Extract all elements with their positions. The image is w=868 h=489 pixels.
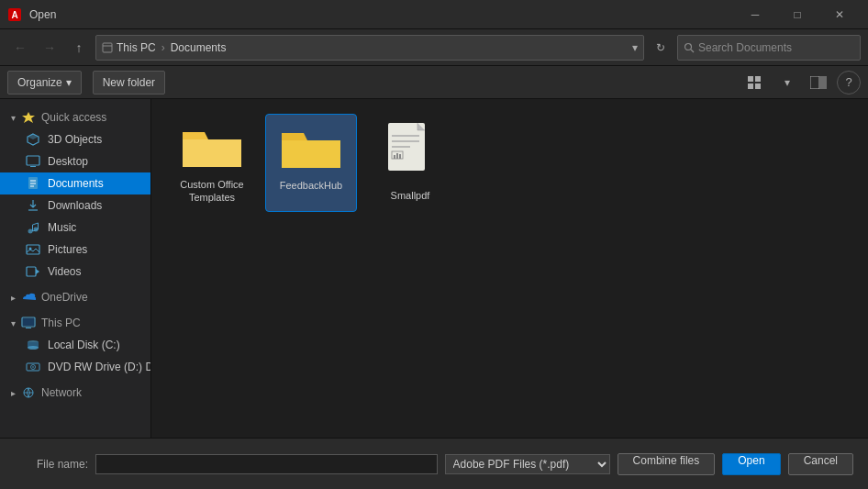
help-button[interactable]: ?: [837, 71, 861, 94]
minimize-button[interactable]: ─: [734, 0, 776, 29]
svg-rect-6: [748, 76, 753, 82]
file-item-feedbackhub[interactable]: FeedbackHub: [265, 114, 357, 212]
file-item-smallpdf[interactable]: Smallpdf: [364, 114, 456, 212]
close-button[interactable]: ✕: [818, 0, 861, 29]
search-placeholder: Search Documents: [698, 41, 792, 54]
thispc-header[interactable]: ▾ This PC: [0, 312, 150, 334]
view-options-button[interactable]: [743, 71, 769, 94]
svg-text:A: A: [11, 10, 17, 20]
file-label-custom-office: Custom Office Templates: [173, 178, 250, 205]
network-section: ▸ Network: [0, 382, 150, 404]
address-bar-icon: [102, 42, 113, 53]
svg-marker-31: [36, 269, 39, 274]
svg-rect-11: [820, 76, 827, 89]
music-icon: [26, 220, 40, 235]
videos-icon: [26, 264, 40, 279]
svg-rect-16: [30, 166, 36, 167]
downloads-icon: [26, 198, 40, 213]
network-label: Network: [41, 386, 82, 399]
svg-rect-49: [396, 153, 398, 159]
title-bar: A Open ─ □ ✕: [0, 0, 868, 29]
dvd-drive-label: DVD RW Drive (D:) D: [48, 361, 150, 373]
nav-bar: ← → ↑ This PC › Documents ↻ Search Docum…: [0, 29, 868, 66]
sidebar-item-3d-objects[interactable]: 3D Objects: [0, 128, 150, 150]
videos-label: Videos: [48, 265, 81, 278]
svg-rect-30: [27, 267, 36, 276]
onedrive-section: ▸ OneDrive: [0, 286, 150, 308]
onedrive-label: OneDrive: [41, 291, 88, 304]
svg-marker-12: [22, 112, 35, 123]
sidebar-item-desktop[interactable]: Desktop: [0, 150, 150, 172]
network-item[interactable]: ▸ Network: [0, 382, 150, 404]
app-icon: A: [7, 7, 22, 22]
preview-pane-button[interactable]: [806, 71, 831, 94]
thispc-icon: [21, 316, 36, 330]
svg-point-22: [28, 229, 33, 234]
back-button[interactable]: ←: [7, 35, 33, 61]
local-disk-icon: [26, 338, 40, 352]
doc-icon-smallpdf: [384, 121, 436, 183]
sidebar-item-local-disk[interactable]: Local Disk (C:): [0, 334, 150, 356]
view-dropdown-button[interactable]: [774, 71, 800, 94]
up-button[interactable]: ↑: [66, 35, 92, 61]
quick-access-section: ▾ Quick access 3D Objects: [0, 106, 150, 283]
quick-access-icon: [21, 110, 36, 125]
documents-icon: [26, 176, 40, 191]
combine-files-button[interactable]: Combine files: [618, 453, 716, 475]
refresh-button[interactable]: ↻: [648, 35, 673, 61]
address-dropdown[interactable]: [632, 41, 638, 54]
search-icon: [684, 42, 695, 53]
onedrive-icon: [21, 290, 36, 305]
search-box[interactable]: Search Documents: [677, 35, 861, 61]
organize-dropdown-icon: [66, 76, 72, 89]
desktop-label: Desktop: [48, 155, 88, 168]
svg-rect-50: [399, 154, 401, 159]
svg-rect-7: [755, 76, 761, 82]
folder-icon-custom-office: [181, 121, 243, 172]
forward-button[interactable]: →: [37, 35, 62, 61]
svg-marker-14: [28, 134, 39, 139]
maximize-button[interactable]: □: [776, 0, 818, 29]
new-folder-button[interactable]: New folder: [93, 71, 165, 94]
sidebar-item-music[interactable]: Music: [0, 217, 150, 239]
crumb-thispc: This PC: [117, 41, 156, 54]
sidebar-item-videos[interactable]: Videos: [0, 261, 150, 283]
quick-access-header[interactable]: ▾ Quick access: [0, 106, 150, 128]
file-label-smallpdf: Smallpdf: [391, 189, 430, 202]
open-button[interactable]: Open: [722, 453, 780, 475]
sidebar-item-downloads[interactable]: Downloads: [0, 194, 150, 217]
file-type-select[interactable]: Adobe PDF Files (*.pdf) All Files (*.*): [445, 454, 610, 474]
svg-rect-2: [103, 43, 112, 52]
svg-rect-15: [27, 156, 39, 165]
local-disk-label: Local Disk (C:): [48, 339, 120, 351]
sidebar-item-pictures[interactable]: Pictures: [0, 239, 150, 261]
ribbon: Organize New folder ?: [0, 66, 868, 99]
documents-label: Documents: [48, 177, 104, 190]
window-controls: ─ □ ✕: [734, 0, 861, 29]
3d-objects-icon: [26, 132, 40, 147]
file-name-row: File name: Adobe PDF Files (*.pdf) All F…: [15, 453, 853, 475]
file-name-label: File name:: [15, 458, 88, 471]
pictures-icon: [26, 242, 40, 257]
sidebar-item-documents[interactable]: Documents: [0, 172, 150, 194]
file-name-input[interactable]: [95, 454, 438, 474]
svg-point-4: [685, 43, 692, 50]
thispc-section: ▾ This PC Local Disk (C:): [0, 312, 150, 378]
svg-line-27: [33, 223, 39, 225]
cancel-button[interactable]: Cancel: [788, 453, 853, 475]
organize-button[interactable]: Organize: [7, 71, 82, 94]
file-content-area: Custom Office Templates FeedbackHub: [151, 99, 868, 438]
svg-line-5: [691, 50, 694, 52]
svg-rect-28: [27, 245, 39, 254]
svg-point-40: [32, 366, 34, 368]
folder-icon-feedbackhub: [280, 122, 342, 173]
music-label: Music: [48, 221, 76, 234]
onedrive-item[interactable]: ▸ OneDrive: [0, 286, 150, 308]
file-item-custom-office-templates[interactable]: Custom Office Templates: [166, 114, 258, 212]
downloads-label: Downloads: [48, 199, 102, 212]
address-bar[interactable]: This PC › Documents: [95, 35, 644, 61]
window-title: Open: [29, 8, 727, 21]
sidebar-item-dvd-drive[interactable]: DVD RW Drive (D:) D: [0, 356, 150, 378]
svg-point-37: [28, 346, 39, 350]
svg-rect-9: [755, 83, 761, 89]
